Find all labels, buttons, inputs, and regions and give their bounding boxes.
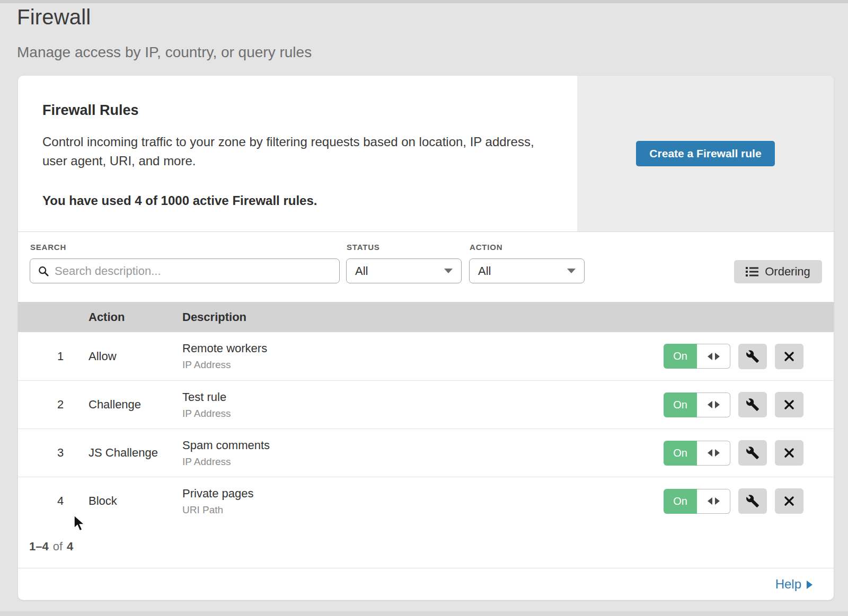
toggle-on-label: On: [664, 441, 697, 466]
wrench-icon: [746, 446, 759, 460]
close-icon: [783, 447, 796, 459]
intro-heading: Firewall Rules: [42, 102, 540, 119]
rule-priority: 2: [18, 398, 89, 412]
search-box[interactable]: [30, 258, 340, 283]
edit-rule-button[interactable]: [738, 392, 767, 417]
table-header: Action Description: [18, 302, 834, 332]
rule-match-type: IP Address: [182, 359, 664, 371]
intro-text-panel: Firewall Rules Control incoming traffic …: [18, 76, 577, 231]
toggle-arrows-icon[interactable]: [697, 441, 730, 466]
status-select[interactable]: All: [346, 258, 462, 283]
delete-rule-button[interactable]: [775, 440, 803, 466]
rule-description-cell: Spam comments IP Address: [182, 439, 664, 468]
window-bottom-edge: [0, 611, 848, 616]
card-intro: Firewall Rules Control incoming traffic …: [18, 76, 834, 231]
window-top-edge: [0, 0, 848, 3]
rule-enabled-toggle[interactable]: On: [664, 441, 730, 466]
status-selected-value: All: [355, 264, 368, 278]
wrench-icon: [746, 398, 759, 412]
rule-controls: On: [664, 392, 834, 417]
toggle-on-label: On: [664, 392, 697, 417]
arrow-right-icon: [807, 581, 812, 589]
search-icon: [38, 265, 49, 277]
delete-rule-button[interactable]: [775, 488, 803, 514]
action-select[interactable]: All: [469, 258, 585, 283]
description-column-header: Description: [182, 310, 834, 324]
card-footer: Help: [18, 568, 834, 600]
pagination-total: 4: [67, 540, 73, 553]
delete-rule-button[interactable]: [775, 392, 803, 417]
rule-description: Test rule: [182, 390, 664, 404]
status-label: STATUS: [347, 243, 462, 252]
rule-description-cell: Remote workers IP Address: [182, 342, 664, 371]
rule-description: Private pages: [182, 487, 664, 501]
action-filter-group: ACTION All: [469, 243, 585, 283]
edit-rule-button[interactable]: [738, 344, 767, 369]
wrench-icon: [746, 350, 759, 363]
rule-description: Remote workers: [182, 342, 664, 355]
close-icon: [783, 350, 796, 363]
page-header: Firewall Manage access by IP, country, o…: [17, 5, 312, 61]
rule-match-type: IP Address: [182, 456, 664, 468]
toggle-arrows-icon[interactable]: [697, 392, 730, 417]
pagination-of: of: [53, 540, 63, 553]
arrow-left-icon: [708, 401, 712, 408]
rule-match-type: URI Path: [182, 504, 664, 516]
intro-action-panel: Create a Firewall rule: [577, 76, 834, 231]
rule-action: Challenge: [89, 398, 182, 412]
table-row: 1 Allow Remote workers IP Address On: [18, 332, 834, 380]
wrench-icon: [746, 494, 759, 508]
rule-description-cell: Private pages URI Path: [182, 487, 664, 516]
toggle-on-label: On: [664, 489, 697, 514]
edit-rule-button[interactable]: [738, 488, 767, 514]
rule-controls: On: [664, 344, 834, 369]
toggle-on-label: On: [664, 344, 697, 369]
toggle-arrows-icon[interactable]: [697, 489, 730, 514]
search-label: SEARCH: [30, 243, 340, 252]
edit-rule-button[interactable]: [738, 440, 767, 466]
action-label: ACTION: [470, 243, 585, 252]
arrow-left-icon: [708, 353, 712, 360]
rule-match-type: IP Address: [182, 408, 664, 419]
delete-rule-button[interactable]: [775, 344, 803, 369]
table-row: 2 Challenge Test rule IP Address On: [18, 380, 834, 428]
ordering-button-label: Ordering: [765, 265, 810, 279]
ordering-button[interactable]: Ordering: [734, 260, 822, 283]
arrow-right-icon: [715, 497, 720, 505]
help-link-label: Help: [775, 577, 801, 592]
intro-description: Control incoming traffic to your zone by…: [42, 132, 540, 171]
close-icon: [783, 495, 796, 507]
page-title: Firewall: [17, 5, 312, 29]
search-input[interactable]: [55, 264, 332, 278]
table-row: 3 JS Challenge Spam comments IP Address …: [18, 428, 834, 477]
arrow-left-icon: [708, 497, 712, 505]
action-selected-value: All: [478, 264, 491, 278]
rule-controls: On: [664, 440, 834, 466]
rule-description: Spam comments: [182, 439, 664, 452]
toggle-arrows-icon[interactable]: [697, 344, 730, 369]
chevron-down-icon: [567, 269, 576, 273]
search-filter-group: SEARCH: [30, 243, 340, 283]
rules-usage-summary: You have used 4 of 1000 active Firewall …: [42, 193, 540, 208]
arrow-right-icon: [715, 353, 720, 360]
chevron-down-icon: [444, 269, 453, 273]
rule-enabled-toggle[interactable]: On: [664, 489, 730, 514]
rule-action: Allow: [89, 350, 182, 363]
help-link[interactable]: Help: [775, 577, 812, 592]
rule-priority: 4: [18, 494, 89, 508]
page-subtitle: Manage access by IP, country, or query r…: [17, 44, 312, 61]
rule-priority: 1: [18, 350, 89, 363]
list-icon: [746, 266, 758, 277]
rules-list: 1 Allow Remote workers IP Address On: [18, 332, 834, 525]
rule-enabled-toggle[interactable]: On: [664, 344, 730, 369]
firewall-rules-card: Firewall Rules Control incoming traffic …: [18, 76, 834, 600]
arrow-right-icon: [715, 401, 720, 408]
rule-controls: On: [664, 488, 834, 514]
status-filter-group: STATUS All: [346, 243, 462, 283]
rule-enabled-toggle[interactable]: On: [664, 392, 730, 417]
rule-action: Block: [89, 494, 182, 508]
rule-description-cell: Test rule IP Address: [182, 390, 664, 419]
create-firewall-rule-button[interactable]: Create a Firewall rule: [636, 141, 774, 166]
arrow-left-icon: [708, 449, 712, 457]
action-column-header: Action: [89, 310, 182, 324]
